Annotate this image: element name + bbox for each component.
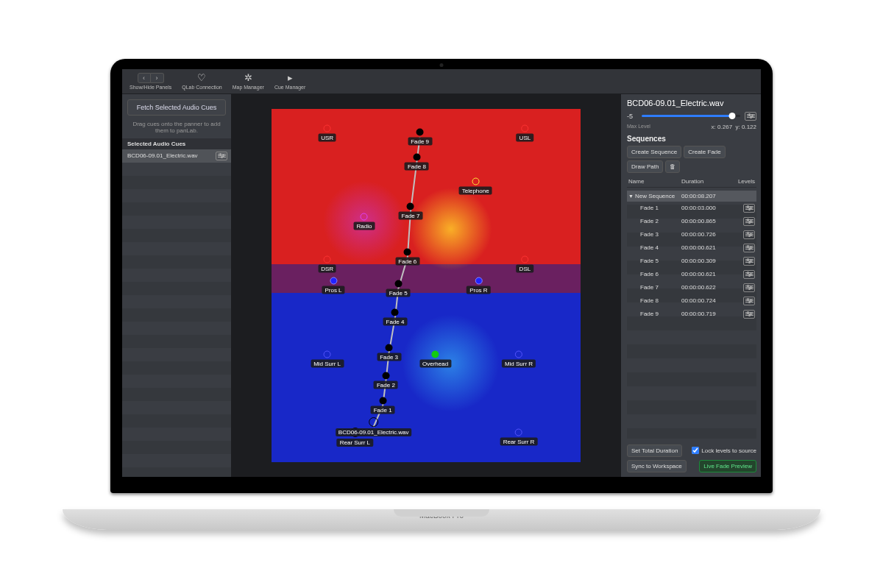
panels-toggle[interactable]: ‹ › Show/Hide Panels	[130, 73, 171, 90]
app-window: ‹ › Show/Hide Panels ♡ QLab Connection ✲…	[122, 69, 761, 477]
sequence-fade-row[interactable]: Fade 800:00:00.724	[627, 294, 756, 308]
speaker-dsl[interactable]: DSL	[517, 255, 534, 272]
gear-icon: ✲	[241, 73, 255, 83]
levels-icon[interactable]	[216, 152, 227, 160]
node-label: Telephone	[459, 187, 492, 195]
node-label: DSL	[517, 264, 534, 272]
sequence-fade-row[interactable]: Fade 300:00:00.726	[627, 228, 756, 241]
speaker-midsurrl[interactable]: Mid Surr L	[311, 351, 344, 368]
levels-icon[interactable]	[743, 204, 755, 213]
node-label: Pros R	[467, 286, 490, 294]
node-label: BCD06-09.01_Electric.wav	[336, 428, 412, 436]
levels-icon[interactable]	[743, 230, 755, 239]
fade-node-fade8[interactable]: Fade 8	[405, 153, 429, 170]
sequence-fade-row[interactable]: Fade 700:00:00.622	[627, 281, 756, 294]
selected-cues-header: Selected Audio Cues	[122, 138, 231, 149]
source-node[interactable]: BCD06-09.01_Electric.wav	[336, 417, 412, 436]
live-fade-preview-button[interactable]: Live Fade Preview	[699, 460, 756, 472]
fade-node-fade2[interactable]: Fade 2	[374, 372, 398, 389]
sequence-list[interactable]: ▼New Sequence00:00:08.207Fade 100:00:03.…	[627, 191, 756, 439]
levels-icon[interactable]	[743, 257, 755, 266]
max-level-value: -5	[627, 113, 637, 120]
speaker-overhead[interactable]: Overhead	[419, 351, 451, 368]
screen-frame: ‹ › Show/Hide Panels ♡ QLab Connection ✲…	[110, 59, 773, 493]
levels-icon[interactable]	[743, 244, 755, 252]
map-manager[interactable]: ✲ Map Manager	[233, 73, 264, 90]
fade-node-fade9[interactable]: Fade 9	[408, 128, 432, 145]
speaker-usl[interactable]: USL	[517, 125, 534, 142]
levels-icon[interactable]	[743, 283, 755, 292]
fade-node-fade5[interactable]: Fade 5	[386, 280, 411, 297]
fetch-cues-button[interactable]: Fetch Selected Audio Cues	[127, 99, 226, 116]
levels-icon[interactable]	[743, 270, 755, 279]
node-label: Overhead	[419, 360, 451, 368]
levels-icon[interactable]	[745, 112, 756, 121]
speaker-telephone[interactable]: Telephone	[459, 178, 492, 195]
node-label: Fade 5	[386, 289, 411, 297]
node-label: Radio	[354, 222, 375, 230]
node-label: Fade 1	[371, 405, 395, 414]
levels-icon[interactable]	[743, 310, 755, 319]
max-level-label: Max Level	[627, 124, 650, 129]
fade-node-fade4[interactable]: Fade 4	[383, 308, 408, 325]
lock-levels-checkbox[interactable]: Lock levels to source	[692, 447, 756, 454]
max-level-row: -5	[627, 112, 756, 121]
fade-node-fade3[interactable]: Fade 3	[377, 344, 401, 361]
node-label: USR	[318, 134, 336, 142]
speaker-prosr[interactable]: Pros R	[467, 277, 490, 294]
create-sequence-button[interactable]: Create Sequence	[627, 146, 681, 158]
sequence-buttons: Create Sequence Create Fade Draw Path 🗑	[627, 146, 756, 173]
node-label: Fade 4	[383, 317, 408, 325]
max-level-slider[interactable]	[642, 115, 740, 117]
node-label: Pros L	[322, 286, 344, 294]
trash-icon[interactable]: 🗑	[665, 160, 680, 173]
sequence-fade-row[interactable]: Fade 200:00:00.865	[627, 215, 756, 228]
coord-x: x: 0.267	[712, 124, 732, 130]
sequence-fade-row[interactable]: Fade 900:00:00.719	[627, 308, 756, 321]
sync-workspace-button[interactable]: Sync to Workspace	[627, 460, 687, 472]
speaker-rearsurrr[interactable]: Rear Surr R	[500, 428, 538, 445]
node-label: USL	[517, 134, 534, 142]
speaker-dsr[interactable]: DSR	[318, 255, 336, 272]
panner-container: USRUSLTelephoneRadioDSRDSLPros LPros RMi…	[231, 94, 621, 477]
speaker-usr[interactable]: USR	[318, 125, 336, 142]
levels-icon[interactable]	[743, 217, 755, 226]
sequence-columns: Name Duration Levels	[627, 176, 756, 188]
panner-canvas[interactable]: USRUSLTelephoneRadioDSRDSLPros LPros RMi…	[272, 109, 581, 462]
source-filename: BCD06-09.01_Electric.wav	[627, 99, 756, 107]
fade-node-fade7[interactable]: Fade 7	[399, 202, 423, 219]
sequence-fade-row[interactable]: Fade 500:00:00.309	[627, 255, 756, 268]
node-label: Mid Surr L	[311, 360, 344, 368]
right-panel: BCD06-09.01_Electric.wav -5 Max Level x:…	[621, 94, 761, 477]
fade-node-fade6[interactable]: Fade 6	[395, 249, 419, 266]
draw-path-button[interactable]: Draw Path	[627, 160, 663, 173]
cue-manager[interactable]: ▸ Cue Manager	[274, 73, 305, 90]
speaker-prosl[interactable]: Pros L	[322, 277, 344, 294]
sequences-header: Sequences	[627, 135, 756, 143]
lock-levels-input[interactable]	[692, 447, 699, 454]
qlab-connection[interactable]: ♡ QLab Connection	[182, 73, 221, 90]
node-label: Fade 2	[374, 381, 398, 389]
col-duration-label: Duration	[681, 178, 733, 185]
create-fade-button[interactable]: Create Fade	[684, 146, 725, 158]
node-label: DSR	[318, 264, 336, 272]
bottom-controls: Set Total Duration Lock levels to source…	[627, 444, 756, 472]
sequence-fade-row[interactable]: Fade 100:00:03.000	[627, 202, 756, 215]
chevron-right-icon[interactable]: ›	[151, 73, 164, 83]
node-label: Rear Surr R	[500, 437, 538, 445]
sequence-fade-row[interactable]: Fade 600:00:00.621	[627, 268, 756, 281]
speaker-midsurrr[interactable]: Mid Surr R	[502, 351, 536, 368]
node-label: Fade 7	[399, 211, 423, 219]
fade-node-fade1[interactable]: Fade 1	[371, 397, 395, 414]
sequence-fade-row[interactable]: Fade 400:00:00.621	[627, 241, 756, 255]
node-label: Mid Surr R	[502, 360, 536, 368]
node-label: Fade 8	[405, 162, 429, 170]
levels-icon[interactable]	[743, 297, 755, 305]
set-total-duration-button[interactable]: Set Total Duration	[627, 444, 682, 457]
speaker-radio[interactable]: Radio	[354, 213, 375, 230]
selected-cue-row[interactable]: BCD06-09.01_Electric.wav	[122, 149, 231, 163]
camera-dot	[440, 63, 444, 67]
node-label: Fade 6	[395, 258, 419, 266]
sequence-parent-row[interactable]: ▼New Sequence00:00:08.207	[627, 191, 756, 202]
chevron-left-icon[interactable]: ‹	[138, 73, 151, 83]
